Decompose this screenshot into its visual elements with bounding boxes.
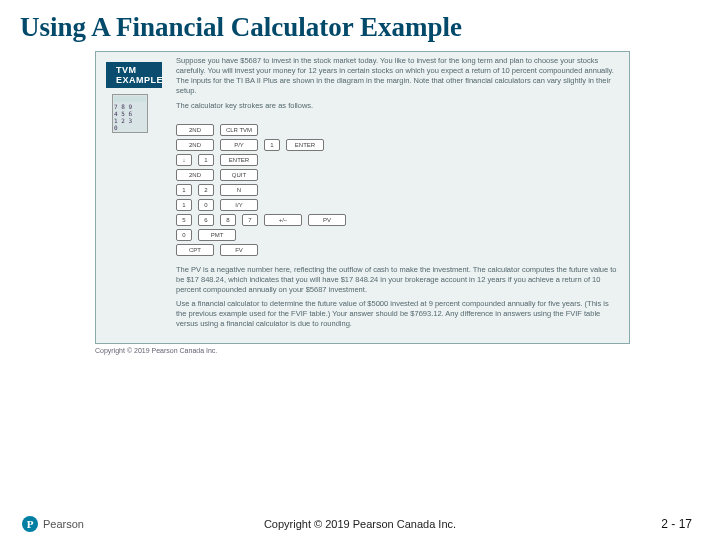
keystroke-row: 2NDCLR TVM: [176, 124, 629, 136]
calc-key: 1: [198, 154, 214, 166]
calc-key: 5: [176, 214, 192, 226]
keystroke-row: 10I/Y: [176, 199, 629, 211]
footer-copyright: Copyright © 2019 Pearson Canada Inc.: [264, 518, 456, 530]
calc-key: 2: [198, 184, 214, 196]
calc-key: 0: [198, 199, 214, 211]
inner-copyright: Copyright © 2019 Pearson Canada Inc.: [0, 344, 720, 354]
calc-key: CLR TVM: [220, 124, 258, 136]
explain-paragraph-1: The PV is a negative number here, reflec…: [176, 265, 619, 295]
lead-paragraph: The calculator key strokes are as follow…: [176, 101, 619, 111]
footer: P Pearson Copyright © 2019 Pearson Canad…: [0, 516, 720, 532]
calc-key: ENTER: [286, 139, 324, 151]
example-box: TVM EXAMPLE 7 8 9 4 5 6 1 2 3 0 Suppose …: [95, 51, 630, 344]
keystroke-row: 12N: [176, 184, 629, 196]
calc-key: CPT: [176, 244, 214, 256]
tvm-badge: TVM EXAMPLE: [106, 62, 162, 88]
calc-key: 7: [242, 214, 258, 226]
slide-number: 2 - 17: [661, 517, 692, 531]
calc-key: 2ND: [176, 124, 214, 136]
calc-key: N: [220, 184, 258, 196]
calc-key: ↓: [176, 154, 192, 166]
calc-key: PV: [308, 214, 346, 226]
keystroke-row: 2NDQUIT: [176, 169, 629, 181]
keystroke-row: 0PMT: [176, 229, 629, 241]
calc-key: PMT: [198, 229, 236, 241]
calc-key: 1: [264, 139, 280, 151]
calc-key: 0: [176, 229, 192, 241]
calc-key: 1: [176, 199, 192, 211]
calc-key: 2ND: [176, 169, 214, 181]
calc-key: 1: [176, 184, 192, 196]
explain-paragraph-2: Use a financial calculator to determine …: [176, 299, 619, 329]
calc-key: FV: [220, 244, 258, 256]
pearson-logo-icon: P: [22, 516, 38, 532]
keystroke-rows: 2NDCLR TVM2NDP/Y1ENTER↓1ENTER2NDQUIT12N1…: [96, 119, 629, 261]
calculator-icon: 7 8 9 4 5 6 1 2 3 0: [112, 94, 148, 133]
pearson-brand-text: Pearson: [43, 518, 84, 530]
example-explain: The PV is a negative number here, reflec…: [96, 265, 629, 338]
calc-key: 2ND: [176, 139, 214, 151]
calc-key: 8: [220, 214, 236, 226]
keystroke-row: 5687+/−PV: [176, 214, 629, 226]
calc-key: I/Y: [220, 199, 258, 211]
intro-paragraph: Suppose you have $5687 to invest in the …: [176, 56, 619, 97]
calc-key: +/−: [264, 214, 302, 226]
keystroke-row: 2NDP/Y1ENTER: [176, 139, 629, 151]
keystroke-row: CPTFV: [176, 244, 629, 256]
footer-brand: P Pearson: [22, 516, 84, 532]
calc-key: 6: [198, 214, 214, 226]
slide-title: Using A Financial Calculator Example: [0, 0, 720, 51]
keystroke-row: ↓1ENTER: [176, 154, 629, 166]
example-intro: Suppose you have $5687 to invest in the …: [96, 56, 629, 119]
calc-key: P/Y: [220, 139, 258, 151]
calc-key: ENTER: [220, 154, 258, 166]
calc-key: QUIT: [220, 169, 258, 181]
